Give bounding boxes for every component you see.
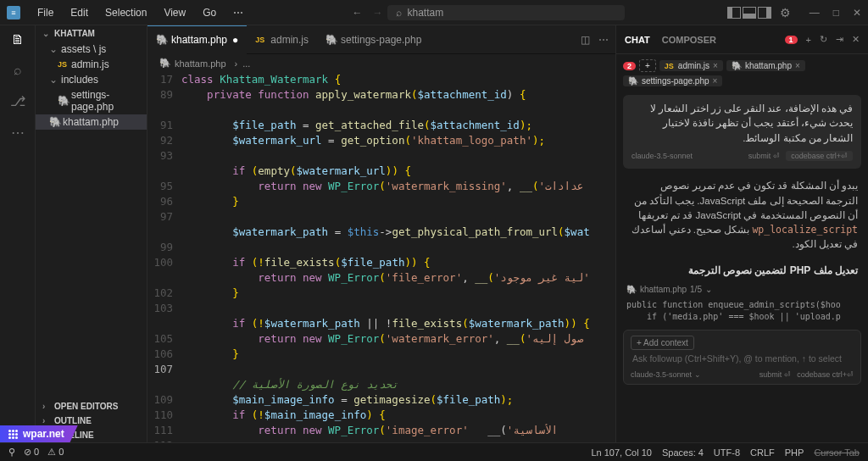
layout-bottom-icon[interactable]: [743, 7, 756, 19]
watermark: wpar.net: [0, 425, 78, 442]
codebase2-button[interactable]: codebase ctrl+⏎: [797, 370, 854, 379]
dot-icon: ●: [232, 34, 238, 46]
codebase-button[interactable]: codebase ctrl+⏎: [786, 151, 853, 161]
search-activity-icon[interactable]: ⌕: [14, 63, 22, 78]
more-activity-icon[interactable]: ⋯: [11, 125, 25, 141]
submit2-button[interactable]: submit: [760, 370, 782, 379]
badge-2: 2: [623, 62, 636, 70]
statusbar: ⚲ ⊘ 0 ⚠ 0 Ln 107, Col 10 Spaces: 4 UTF-8…: [0, 442, 868, 461]
chat-panel: CHAT COMPOSER 1 + ↻ ⇥ ✕ 2 + JSadmin.js× …: [615, 25, 868, 442]
nav-forward[interactable]: →: [372, 7, 382, 19]
source-control-icon[interactable]: ⎇: [10, 93, 25, 109]
new-chat-icon[interactable]: +: [806, 35, 811, 45]
sidebar-root[interactable]: ⌄KHATTAM: [36, 25, 147, 42]
app-logo: ≡: [7, 6, 20, 19]
chip-settings[interactable]: 🐘settings-page.php×: [623, 75, 722, 86]
chip-close-icon[interactable]: ×: [713, 61, 718, 70]
tab-settings[interactable]: 🐘settings-page.php: [317, 25, 430, 54]
history-icon[interactable]: ↻: [820, 34, 827, 45]
cursor-tab[interactable]: Cursor Tab: [814, 447, 860, 458]
menu-more[interactable]: ⋯: [226, 5, 250, 20]
nav-back[interactable]: ←: [352, 7, 362, 19]
tab-khattam[interactable]: 🐘khattam.php●: [147, 25, 247, 54]
editor-tabs: 🐘khattam.php● JSadmin.js 🐘settings-page.…: [147, 25, 615, 54]
sidebar: ⌄KHATTAM ⌄assets \ js JSadmin.js ⌄includ…: [36, 25, 147, 442]
menu-file[interactable]: File: [31, 5, 60, 20]
language[interactable]: PHP: [785, 447, 804, 458]
chip-close-icon[interactable]: ×: [713, 76, 718, 86]
user-message: في هذه الإضافة، عند النقر على زر اختر ال…: [623, 95, 861, 169]
activity-bar: 🗎 ⌕ ⎇ ⋯: [0, 25, 36, 442]
folder-includes[interactable]: ⌄includes: [36, 72, 147, 87]
file-settings-page[interactable]: 🐘settings-page.php: [36, 87, 147, 114]
command-search[interactable]: ⌕ khattam: [387, 5, 625, 20]
badge-1: 1: [785, 36, 798, 44]
menu-selection[interactable]: Selection: [98, 5, 153, 20]
followup-placeholder: Ask followup (Ctrl+Shift+Y), @ to mentio…: [631, 350, 854, 367]
close-icon[interactable]: ✕: [853, 7, 861, 19]
explorer-icon[interactable]: 🗎: [11, 32, 25, 47]
file-khattam-php[interactable]: 🐘khattam.php: [36, 114, 147, 130]
tab-more-icon[interactable]: ⋯: [598, 34, 609, 46]
menu-view[interactable]: View: [157, 5, 192, 20]
chip-close-icon[interactable]: ×: [795, 61, 800, 70]
gear-icon[interactable]: ⚙: [780, 6, 791, 19]
menu-go[interactable]: Go: [196, 5, 223, 20]
model-label[interactable]: claude-3.5-sonnet: [632, 151, 693, 163]
indent[interactable]: Spaces: 4: [662, 447, 704, 458]
code-area[interactable]: 1789 919293 959697 99100 102103 10510610…: [147, 72, 615, 442]
error-icon[interactable]: ⊘ 0: [24, 447, 39, 458]
menu-edit[interactable]: Edit: [64, 5, 95, 20]
tab-composer[interactable]: COMPOSER: [662, 35, 716, 45]
remote-icon[interactable]: ⚲: [8, 447, 15, 458]
layout-left-icon[interactable]: [727, 7, 741, 19]
split-icon[interactable]: ◫: [581, 34, 590, 46]
chip-admin[interactable]: JSadmin.js×: [659, 60, 723, 71]
search-icon: ⌕: [396, 7, 402, 19]
assistant-message: يبدو أن المشكلة قد تكون في عدم تمرير نصو…: [616, 172, 868, 258]
warning-icon[interactable]: ⚠ 0: [47, 447, 64, 458]
encoding[interactable]: UTF-8: [714, 447, 740, 458]
editor: 🐘khattam.php● JSadmin.js 🐘settings-page.…: [147, 25, 615, 442]
chat-close-icon[interactable]: ✕: [852, 34, 860, 45]
eol[interactable]: CRLF: [750, 447, 775, 458]
model-select[interactable]: claude-3.5-sonnet ⌄: [631, 370, 701, 379]
submit-button[interactable]: submit: [748, 152, 771, 160]
search-text: khattam: [407, 7, 443, 19]
layout-right-icon[interactable]: [758, 7, 771, 19]
breadcrumb[interactable]: 🐘khattam.php› ...: [147, 54, 615, 72]
tab-admin[interactable]: JSadmin.js: [247, 25, 317, 54]
minimize-icon[interactable]: ―: [810, 7, 820, 19]
chip-khattam[interactable]: 🐘khattam.php×: [726, 60, 805, 71]
add-context-button[interactable]: + Add context: [631, 336, 694, 350]
menu-bar: File Edit Selection View Go ⋯: [31, 5, 250, 20]
titlebar: ≡ File Edit Selection View Go ⋯ ← → ⌕ kh…: [0, 0, 868, 25]
chat-input[interactable]: + Add context Ask followup (Ctrl+Shift+Y…: [623, 330, 861, 385]
section-open-editors[interactable]: ›OPEN EDITORS: [36, 399, 147, 414]
add-file-chip[interactable]: +: [639, 59, 656, 72]
section-title: تعديل ملف PHP لتضمين نصوص الترجمة: [616, 259, 868, 281]
code-snippet: public function enqueue_admin_scripts($h…: [626, 299, 858, 323]
file-admin-js[interactable]: JSadmin.js: [36, 57, 147, 72]
dock-icon[interactable]: ⇥: [836, 34, 843, 45]
tab-chat[interactable]: CHAT: [625, 35, 650, 45]
cursor-position[interactable]: Ln 107, Col 10: [591, 447, 652, 458]
file-ref[interactable]: 🐘khattam.php1/5⌄: [626, 285, 858, 294]
maximize-icon[interactable]: □: [833, 7, 839, 19]
folder-assets-js[interactable]: ⌄assets \ js: [36, 42, 147, 57]
